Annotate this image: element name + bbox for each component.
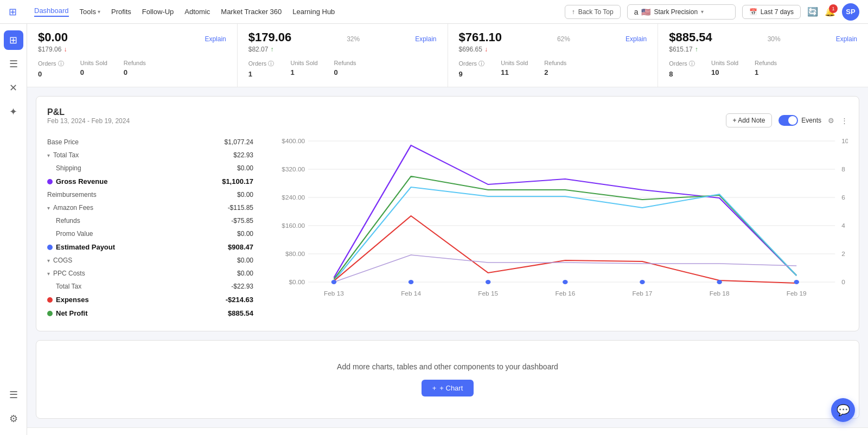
- pl-chart: $400.00 $320.00 $240.00 $160.00 $80.00 $…: [270, 136, 848, 320]
- nav-dashboard[interactable]: Dashboard: [34, 7, 69, 17]
- metric-card-1: $179.06 32% Explain $82.07 ↑ Orders ⓘ 1 …: [238, 24, 448, 87]
- orders-value-2: 9: [459, 70, 485, 78]
- orders-item-2: Orders ⓘ 9: [459, 60, 485, 78]
- units-item-0: Units Sold 0: [80, 60, 107, 78]
- add-note-button[interactable]: + Add Note: [726, 113, 773, 127]
- sidebar-item-star[interactable]: ✦: [4, 102, 23, 121]
- pl-table: Base Price $1,077.24 ▾ Total Tax $22.93 …: [47, 136, 253, 320]
- metric-value-0: $0.00: [38, 30, 68, 44]
- svg-text:$0.00: $0.00: [289, 279, 305, 285]
- refunds-item-1: Refunds 0: [334, 60, 356, 78]
- refunds-item-2: Refunds 2: [544, 60, 566, 78]
- nav-market-tracker[interactable]: Market Tracker 360: [221, 8, 282, 16]
- svg-point-28: [563, 280, 567, 284]
- pl-row-total-tax: ▾ Total Tax $22.93: [47, 149, 253, 162]
- svg-text:Feb 14: Feb 14: [401, 291, 421, 297]
- nav-profits[interactable]: Profits: [111, 8, 131, 16]
- orders-label-2: Orders ⓘ: [459, 60, 485, 68]
- units-label-3: Units Sold: [711, 60, 738, 66]
- nav-followup[interactable]: Follow-Up: [142, 8, 174, 16]
- flag-icon: 🇺🇸: [641, 8, 650, 16]
- settings-icon[interactable]: ⚙: [828, 117, 834, 125]
- svg-text:Feb 19: Feb 19: [787, 291, 807, 297]
- svg-text:$320.00: $320.00: [282, 167, 305, 172]
- svg-text:$160.00: $160.00: [282, 223, 305, 229]
- orders-label-0: Orders ⓘ: [38, 60, 64, 68]
- nav-adtomic[interactable]: Adtomic: [184, 8, 210, 16]
- svg-text:0: 0: [841, 279, 845, 285]
- metric-pct-3: 30%: [768, 35, 781, 43]
- svg-text:Feb 18: Feb 18: [710, 291, 730, 297]
- account-selector[interactable]: a 🇺🇸 Stark Precision ▾: [627, 4, 736, 20]
- arrow-up-icon: ↑: [572, 8, 575, 16]
- svg-point-29: [640, 280, 644, 284]
- notification-icon[interactable]: 🔔 1: [825, 7, 835, 17]
- metric-sub-1: Orders ⓘ 1 Units Sold 1 Refunds 0: [248, 60, 437, 78]
- date-range-selector[interactable]: 📅 Last 7 days: [742, 5, 801, 19]
- chevron-down-icon: ▾: [701, 9, 704, 15]
- metric-prev-1: $82.07 ↑: [248, 46, 437, 53]
- sidebar-item-list-bottom[interactable]: ☰: [4, 385, 23, 405]
- more-icon[interactable]: ⋮: [841, 117, 848, 125]
- units-item-3: Units Sold 10: [711, 60, 738, 78]
- units-value-3: 10: [711, 68, 738, 76]
- metric-value-2: $761.10: [459, 30, 502, 44]
- refunds-label-1: Refunds: [334, 60, 356, 66]
- refunds-value-2: 2: [544, 68, 566, 76]
- avatar[interactable]: SP: [842, 3, 859, 21]
- units-item-2: Units Sold 11: [501, 60, 528, 78]
- units-label-0: Units Sold: [80, 60, 107, 66]
- refunds-item-3: Refunds 1: [755, 60, 777, 78]
- layout: ⊞ ☰ ✕ ✦ ☰ ⚙ $0.00 Explain $179.06 ↓: [0, 24, 868, 435]
- svg-text:Feb 16: Feb 16: [555, 291, 575, 297]
- metric-cards-row: $0.00 Explain $179.06 ↓ Orders ⓘ 0 Units…: [27, 24, 868, 87]
- pl-row-estimated-payout: Estimated Payout $908.47: [47, 240, 253, 254]
- trend-icon-3: ↑: [695, 46, 698, 53]
- nav-links: Dashboard Tools ▾ Profits Follow-Up Adto…: [34, 7, 552, 17]
- explain-link-1[interactable]: Explain: [415, 35, 436, 43]
- sidebar-item-dashboard[interactable]: ⊞: [4, 30, 23, 50]
- orders-value-1: 1: [248, 70, 275, 78]
- chat-bubble[interactable]: 💬: [831, 398, 855, 422]
- refunds-value-1: 0: [334, 68, 356, 76]
- pl-content: Base Price $1,077.24 ▾ Total Tax $22.93 …: [47, 136, 848, 320]
- account-icon: a: [634, 8, 639, 16]
- refresh-icon[interactable]: 🔄: [807, 7, 818, 17]
- svg-text:Feb 15: Feb 15: [478, 291, 498, 297]
- grid-icon[interactable]: ⊞: [9, 6, 17, 18]
- add-chart-button[interactable]: + + Chart: [422, 380, 474, 396]
- events-label: Events: [801, 117, 821, 124]
- back-to-top-button[interactable]: ↑ Back To Top: [565, 5, 621, 19]
- chart-container: $400.00 $320.00 $240.00 $160.00 $80.00 $…: [270, 136, 848, 309]
- metric-value-1: $179.06: [248, 30, 292, 44]
- nav-learning-hub[interactable]: Learning Hub: [292, 8, 335, 16]
- units-value-1: 1: [290, 68, 317, 76]
- sidebar: ⊞ ☰ ✕ ✦ ☰ ⚙: [0, 24, 27, 435]
- sidebar-item-list[interactable]: ☰: [4, 54, 23, 74]
- nav-tools[interactable]: Tools ▾: [80, 8, 100, 16]
- events-toggle: Events: [778, 115, 821, 126]
- events-toggle-switch[interactable]: [778, 115, 798, 126]
- pl-row-net-profit: Net Profit $885.54: [47, 306, 253, 320]
- metric-pct-1: 32%: [347, 35, 360, 43]
- explain-link-0[interactable]: Explain: [205, 35, 226, 43]
- metric-sub-3: Orders ⓘ 8 Units Sold 10 Refunds 1: [669, 60, 857, 78]
- svg-text:4: 4: [841, 223, 845, 229]
- sidebar-item-cross[interactable]: ✕: [4, 78, 23, 98]
- notification-badge: 1: [829, 4, 838, 13]
- explain-link-3[interactable]: Explain: [836, 35, 857, 43]
- svg-point-27: [486, 280, 490, 284]
- pl-row-refunds: Refunds -$75.85: [47, 214, 253, 227]
- refunds-value-3: 1: [755, 68, 777, 76]
- svg-text:Feb 17: Feb 17: [633, 291, 653, 297]
- svg-point-25: [331, 280, 336, 284]
- metric-value-3: $885.54: [669, 30, 712, 44]
- add-chart-section: Add more charts, tables and other compon…: [36, 340, 859, 419]
- trend-icon-0: ↓: [63, 46, 67, 53]
- chart-svg: $400.00 $320.00 $240.00 $160.00 $80.00 $…: [270, 136, 848, 309]
- svg-text:$240.00: $240.00: [282, 195, 305, 201]
- trend-icon-1: ↑: [270, 46, 273, 53]
- pl-title: P&L: [47, 107, 130, 117]
- sidebar-item-settings[interactable]: ⚙: [4, 409, 23, 428]
- explain-link-2[interactable]: Explain: [626, 35, 647, 43]
